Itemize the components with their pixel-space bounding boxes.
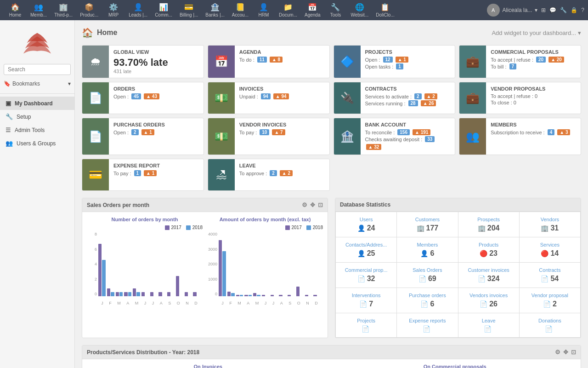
sidebar-item-users[interactable]: 👥Users & Groups bbox=[0, 137, 74, 150]
bookmarks-toggle[interactable]: 🔖 Bookmarks ▾ bbox=[0, 79, 74, 91]
count-bar-chart: 86420 JFMAMJJASOND bbox=[87, 232, 203, 305]
fullscreen-icon[interactable]: ⊡ bbox=[571, 349, 576, 356]
legend-color-2018 bbox=[186, 225, 191, 230]
move-icon[interactable]: ✥ bbox=[563, 349, 568, 356]
db-stat-commercial-prop---[interactable]: Commercial prop... 📄 32 bbox=[336, 263, 396, 288]
db-stat-leave[interactable]: Leave 📄 bbox=[458, 313, 519, 337]
nav-item-home[interactable]: 🏠Home bbox=[4, 3, 27, 17]
nav-item-doliclou[interactable]: 📋DoliClo... bbox=[372, 3, 398, 17]
filter-icon[interactable]: ⚙ bbox=[555, 349, 560, 356]
widget-content: INVOICES Unpaid :94▲ 94 bbox=[235, 82, 329, 114]
badge: 20 bbox=[536, 57, 546, 63]
nav-item-tools[interactable]: 🔧Tools bbox=[324, 3, 347, 17]
db-stat-customers[interactable]: Customers 🏢 177 bbox=[397, 212, 458, 237]
db-stat-services[interactable]: Services 🔴 14 bbox=[520, 237, 580, 262]
sidebar-item-dashboard[interactable]: ▣My Dashboard bbox=[0, 97, 74, 110]
user-profile[interactable]: A Aliceala la... ▾ bbox=[487, 4, 538, 17]
db-stat-donations[interactable]: Donations 📄 bbox=[520, 313, 580, 337]
fullscreen-icon[interactable]: ⊡ bbox=[318, 201, 323, 208]
db-stat-contracts[interactable]: Contracts 📄 54 bbox=[520, 263, 580, 288]
lock-icon[interactable]: 🔒 bbox=[571, 7, 577, 13]
badge: ▲ 1 bbox=[141, 129, 154, 135]
widget-vendor-proposals[interactable]: 💼 VENDOR PROPOSALS To accept | refuse : … bbox=[459, 82, 581, 114]
tools-icon: 🔧 bbox=[331, 3, 340, 12]
nav-item-website[interactable]: 🌐Websit... bbox=[347, 3, 372, 17]
user-menu[interactable]: A Aliceala la... ▾ ⊞ 💬 🔧 🔒 ? bbox=[487, 4, 584, 17]
widget-agenda[interactable]: 📅 AGENDA To do :11▲ 8 bbox=[208, 45, 330, 78]
search-input[interactable] bbox=[4, 64, 71, 75]
vendor-proposals-icon: 💼 bbox=[466, 92, 480, 104]
bar-group bbox=[158, 232, 166, 296]
widget-title: AGENDA bbox=[239, 49, 325, 55]
nav-item-agenda[interactable]: 📅Agenda bbox=[301, 3, 324, 17]
bar-group bbox=[296, 232, 304, 296]
widget-purchase-orders[interactable]: 📄 PURCHASE ORDERS Open :2▲ 1 bbox=[82, 118, 204, 155]
db-stat-members[interactable]: Members 👤 6 bbox=[397, 237, 458, 262]
bar-2017 bbox=[313, 295, 317, 297]
widget-projects[interactable]: 🔷 PROJECTS Open :12▲ 1 Open tasks :1 bbox=[334, 45, 456, 78]
grid-icon[interactable]: ⊞ bbox=[541, 7, 546, 13]
db-stat-purchase-orders[interactable]: Purchase orders 📄 6 bbox=[397, 288, 458, 313]
db-stat-users[interactable]: Users 👤 24 bbox=[336, 212, 396, 237]
nav-item-hrm[interactable]: 👤HRM bbox=[252, 3, 275, 17]
widget-icon-area: 💼 bbox=[459, 82, 486, 114]
nav-item-products[interactable]: 📦Produc... bbox=[76, 3, 102, 17]
nav-item-thirdparty[interactable]: 🏢Third-p... bbox=[51, 3, 76, 17]
widget-global-view[interactable]: 🌧 GLOBAL VIEW 93.70% late 431 late bbox=[82, 45, 204, 78]
db-stat-projects[interactable]: Projects 📄 bbox=[336, 313, 396, 337]
db-stat-contacts-addres---[interactable]: Contacts/Addres... 👤 25 bbox=[336, 237, 396, 262]
nav-item-members[interactable]: 👥Memb... bbox=[27, 3, 51, 17]
invoices-icon: 💵 bbox=[215, 92, 228, 104]
sidebar-item-admin[interactable]: ☰Admin Tools bbox=[0, 123, 74, 137]
db-stat-icon: 📄 bbox=[420, 300, 428, 308]
move-icon[interactable]: ✥ bbox=[310, 201, 315, 208]
chart-header-icons[interactable]: ⚙ ✥ ⊡ bbox=[302, 201, 323, 208]
db-stat-label: Products bbox=[462, 242, 515, 247]
help-icon[interactable]: ? bbox=[581, 7, 584, 13]
widget-orders[interactable]: 📄 ORDERS Open :45▲ 43 bbox=[82, 82, 204, 114]
db-stat-icon: 🔴 bbox=[480, 250, 487, 257]
widget-bank-account[interactable]: 🏦 BANK ACCOUNT To reconcile :156▲ 191 Ch… bbox=[334, 118, 456, 155]
bar-group bbox=[288, 232, 295, 296]
db-stat-icon: 🏢 bbox=[541, 224, 548, 232]
widget-invoices[interactable]: 💵 INVOICES Unpaid :94▲ 94 bbox=[208, 82, 330, 114]
widget-expense-report[interactable]: 💳 EXPENSE REPORT To pay :1▲ 1 bbox=[82, 159, 204, 191]
nav-item-billing[interactable]: 💳Billing |... bbox=[176, 3, 202, 17]
widget-line: Checks awaiting deposit :33▲ 32 bbox=[365, 136, 451, 150]
widget-leave[interactable]: 🏖 LEAVE To approve :2▲ 2 bbox=[208, 159, 330, 191]
db-stat-interventions[interactable]: Interventions 📄 7 bbox=[336, 288, 396, 313]
puzzle-icon[interactable]: 🔧 bbox=[560, 7, 567, 13]
chat-icon[interactable]: 💬 bbox=[549, 7, 556, 13]
agenda-icon: 📅 bbox=[215, 55, 228, 68]
db-stat-vendors[interactable]: Vendors 🏢 31 bbox=[520, 212, 580, 237]
nav-item-documents[interactable]: 📁Docum... bbox=[275, 3, 301, 17]
db-stat-vendor-proposal[interactable]: Vendor proposal 📄 2 bbox=[520, 288, 580, 313]
sidebar-item-setup[interactable]: 🔧Setup bbox=[0, 110, 74, 123]
widget-commercial-proposals[interactable]: 💼 COMMERCIAL PROPOSALS To accept | refus… bbox=[459, 45, 581, 78]
widget-title: COMMERCIAL PROPOSALS bbox=[491, 49, 576, 55]
db-stat-expense-reports[interactable]: Expense reports 📄 bbox=[397, 313, 458, 337]
search-area[interactable] bbox=[0, 64, 74, 79]
widget-line: Open :2▲ 1 bbox=[113, 129, 199, 135]
db-stat-customer-invoices[interactable]: Customer invoices 📄 324 bbox=[458, 263, 519, 288]
badge: ▲ 191 bbox=[413, 129, 430, 135]
nav-item-commercial[interactable]: 📊Comm... bbox=[151, 3, 176, 17]
db-stat-label: Customers bbox=[401, 217, 454, 222]
nav-item-accounting[interactable]: 📒Accou... bbox=[228, 3, 252, 17]
add-widget-button[interactable]: Add widget to your dashboard... ▾ bbox=[492, 29, 581, 36]
nav-item-banks[interactable]: 🏦Banks |... bbox=[202, 3, 228, 17]
db-stat-prospects[interactable]: Prospects 🏢 204 bbox=[458, 212, 519, 237]
widget-contracts[interactable]: 🔌 CONTRACTS Services to activate :2▲ 2 S… bbox=[334, 82, 456, 114]
bar-2017 bbox=[296, 287, 300, 296]
widget-vendor-invoices[interactable]: 💵 VENDOR INVOICES To pay :10▲ 7 bbox=[208, 118, 330, 155]
db-stat-sales-orders[interactable]: Sales Orders 📄 69 bbox=[397, 263, 458, 288]
widget-members[interactable]: 👥 MEMBERS Subscription to receive :4▲ 3 bbox=[459, 118, 581, 155]
db-stat-label: Vendor proposal bbox=[523, 293, 577, 298]
nav-item-leads[interactable]: 👤Leads |... bbox=[125, 3, 151, 17]
db-stat-products[interactable]: Products 🔴 23 bbox=[458, 237, 519, 262]
setup-icon: 🔧 bbox=[6, 113, 13, 120]
filter-icon[interactable]: ⚙ bbox=[302, 201, 307, 208]
products-chart-icons[interactable]: ⚙ ✥ ⊡ bbox=[555, 349, 576, 356]
db-stat-vendors-invoices[interactable]: Vendors invoices 📄 26 bbox=[458, 288, 519, 313]
nav-item-mrp[interactable]: ⚙️MRP bbox=[102, 3, 125, 17]
